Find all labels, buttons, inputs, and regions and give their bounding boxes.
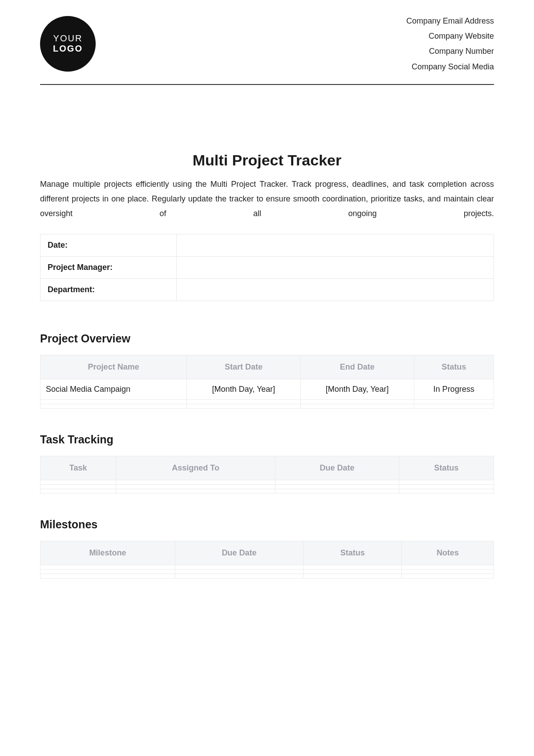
info-label-date: Date: [40, 234, 177, 256]
info-row-manager: Project Manager: [40, 256, 494, 278]
section-title-milestones: Milestones [40, 518, 494, 531]
company-info: Company Email Address Company Website Co… [406, 13, 494, 74]
logo-line-2: LOGO [53, 44, 83, 54]
table-row [40, 489, 494, 493]
milestones-header-milestone: Milestone [40, 541, 175, 565]
milestones-header-due: Due Date [175, 541, 303, 565]
section-title-tasks: Task Tracking [40, 433, 494, 446]
table-row [40, 399, 494, 404]
company-social: Company Social Media [406, 59, 494, 74]
overview-cell-start[interactable]: [Month Day, Year] [187, 379, 300, 399]
milestones-header-status: Status [303, 541, 402, 565]
info-value-manager[interactable] [176, 256, 494, 278]
table-row [40, 404, 494, 408]
tasks-header-status: Status [399, 456, 494, 480]
overview-cell-name[interactable]: Social Media Campaign [40, 379, 187, 399]
document-header: YOUR LOGO Company Email Address Company … [40, 13, 494, 85]
table-row [40, 480, 494, 484]
tasks-header-due: Due Date [275, 456, 399, 480]
info-value-date[interactable] [176, 234, 494, 256]
table-row [40, 565, 494, 569]
overview-table: Project Name Start Date End Date Status … [40, 355, 494, 409]
table-row: Social Media Campaign [Month Day, Year] … [40, 379, 494, 399]
company-website: Company Website [406, 28, 494, 44]
overview-header-end: End Date [300, 355, 414, 379]
milestones-header-notes: Notes [402, 541, 494, 565]
page-title: Multi Project Tracker [40, 152, 494, 169]
overview-header-start: Start Date [187, 355, 300, 379]
tasks-table: Task Assigned To Due Date Status [40, 456, 494, 494]
logo-placeholder: YOUR LOGO [40, 16, 96, 72]
table-row [40, 484, 494, 489]
overview-header-status: Status [414, 355, 494, 379]
tasks-header-task: Task [40, 456, 116, 480]
info-table: Date: Project Manager: Department: [40, 234, 494, 301]
info-row-date: Date: [40, 234, 494, 256]
milestones-table: Milestone Due Date Status Notes [40, 541, 494, 579]
info-value-department[interactable] [176, 278, 494, 301]
tasks-header-assigned: Assigned To [116, 456, 275, 480]
logo-line-1: YOUR [53, 33, 83, 44]
table-row [40, 569, 494, 574]
overview-cell-status[interactable]: In Progress [414, 379, 494, 399]
table-row [40, 574, 494, 578]
info-row-department: Department: [40, 278, 494, 301]
description: Manage multiple projects efficiently usi… [40, 177, 494, 221]
company-email: Company Email Address [406, 13, 494, 28]
company-number: Company Number [406, 44, 494, 59]
overview-header-name: Project Name [40, 355, 187, 379]
info-label-manager: Project Manager: [40, 256, 177, 278]
info-label-department: Department: [40, 278, 177, 301]
overview-cell-end[interactable]: [Month Day, Year] [300, 379, 414, 399]
section-title-overview: Project Overview [40, 332, 494, 345]
